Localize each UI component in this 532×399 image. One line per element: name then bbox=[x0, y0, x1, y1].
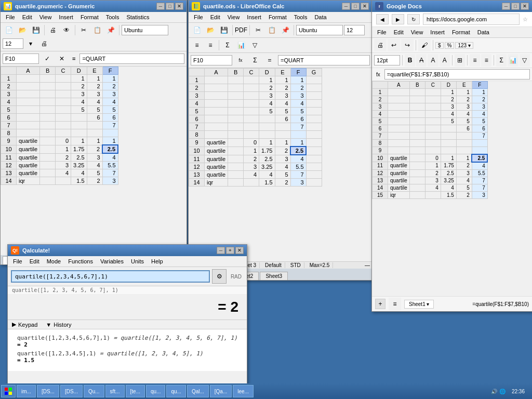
libreoffice-menu-edit[interactable]: Edit bbox=[207, 13, 223, 21]
taskbar-btn-ds2[interactable]: [DS... bbox=[60, 385, 83, 397]
qalculate-maximize-btn[interactable]: + bbox=[226, 247, 234, 254]
gdocs-align-btn[interactable]: ≡ bbox=[470, 54, 480, 66]
gdocs-redo-btn[interactable]: ↪ bbox=[401, 39, 414, 51]
lo-sum-btn[interactable]: Σ bbox=[221, 39, 234, 51]
gdocs-undo-btn[interactable]: ↩ bbox=[388, 39, 400, 51]
gdocs-borders-btn[interactable]: ⊞ bbox=[455, 54, 465, 66]
lo-pdf-btn[interactable]: PDF bbox=[235, 24, 247, 36]
lo-col-header-D[interactable]: D bbox=[259, 69, 275, 76]
cut-btn[interactable]: ✂ bbox=[77, 24, 90, 36]
col-header-B[interactable]: B bbox=[40, 67, 56, 75]
lo-tab-sheet3[interactable]: Sheet3 bbox=[260, 272, 288, 280]
qalculate-menu-functions[interactable]: Functions bbox=[65, 257, 96, 265]
lo-save-btn[interactable]: 💾 bbox=[218, 24, 230, 36]
gdocs-print-btn[interactable]: 🖨 bbox=[374, 39, 387, 51]
gdocs-list-sheets-btn[interactable]: ≡ bbox=[389, 298, 401, 310]
gnumeric-menu-tools[interactable]: Tools bbox=[103, 13, 123, 21]
gdocs-menu-format[interactable]: Format bbox=[449, 28, 473, 36]
lo-col-header-B[interactable]: B bbox=[228, 69, 244, 76]
qalculate-close-btn[interactable]: ✕ bbox=[235, 247, 244, 254]
qalculate-menu-units[interactable]: Units bbox=[128, 257, 147, 265]
gdocs-paint-btn[interactable]: 🖌 bbox=[418, 39, 431, 51]
lo-chart-btn[interactable]: 📊 bbox=[235, 39, 247, 51]
col-header-E[interactable]: E bbox=[87, 67, 102, 75]
lo-formula-input[interactable] bbox=[278, 55, 370, 65]
gdocs-close-btn[interactable]: ✕ bbox=[521, 3, 529, 10]
col-header-D[interactable]: D bbox=[71, 67, 87, 75]
gdocs-refresh-btn[interactable]: ↻ bbox=[407, 14, 420, 24]
qalculate-menu-help[interactable]: Help bbox=[148, 257, 166, 265]
lo-equals-btn[interactable]: = bbox=[263, 54, 276, 66]
gdocs-sum-btn[interactable]: Σ bbox=[496, 54, 507, 66]
gdocs-fontcolor-btn[interactable]: A bbox=[428, 54, 438, 66]
qalculate-menu-file[interactable]: File bbox=[10, 257, 25, 265]
gnumeric-menu-edit[interactable]: Edit bbox=[19, 13, 35, 21]
gnumeric-formula-input[interactable] bbox=[79, 54, 184, 64]
lo-cut-btn[interactable]: ✂ bbox=[252, 24, 264, 36]
gdocs-minimize-btn[interactable]: ─ bbox=[502, 3, 510, 10]
gdocs-col-header-F[interactable]: F bbox=[472, 82, 487, 89]
gnumeric-close-btn[interactable]: ✕ bbox=[175, 3, 183, 10]
gdocs-strikethrough-btn[interactable]: A bbox=[416, 54, 427, 66]
lo-fn-btn[interactable]: fx bbox=[234, 54, 247, 66]
gdocs-menu-edit[interactable]: Edit bbox=[391, 28, 407, 36]
qalculate-keypad-toggle[interactable]: ▶ Keypad bbox=[12, 321, 37, 328]
gnumeric-accept-btn[interactable]: ✓ bbox=[41, 52, 54, 65]
gdocs-menu-file[interactable]: File bbox=[374, 28, 390, 36]
gnumeric-cancel-btn[interactable]: ✕ bbox=[56, 52, 68, 65]
lo-col-header-A[interactable]: A bbox=[205, 69, 228, 76]
print-btn[interactable]: 🖨 bbox=[47, 24, 59, 36]
gdocs-menu-insert[interactable]: Insert bbox=[427, 28, 448, 36]
gdocs-filter-btn[interactable]: ▽ bbox=[520, 54, 530, 66]
gdocs-chart-btn[interactable]: 📊 bbox=[508, 54, 518, 66]
taskbar-btn-sft[interactable]: sft... bbox=[105, 385, 125, 397]
libreoffice-menu-view[interactable]: View bbox=[224, 13, 243, 21]
gnumeric-menu-file[interactable]: File bbox=[3, 13, 18, 21]
gdocs-fontsize[interactable] bbox=[374, 55, 400, 65]
qalculate-minimize-btn[interactable]: ─ bbox=[217, 247, 225, 254]
libreoffice-menu-insert[interactable]: Insert bbox=[244, 13, 264, 21]
qalculate-history-toggle[interactable]: ▼ History bbox=[46, 322, 71, 328]
gnumeric-minimize-btn[interactable]: ─ bbox=[156, 3, 165, 10]
save-btn[interactable]: 💾 bbox=[30, 24, 42, 36]
gdocs-col-header-D[interactable]: D bbox=[441, 82, 456, 89]
libreoffice-close-btn[interactable]: ✕ bbox=[361, 3, 369, 10]
qalculate-menu-edit[interactable]: Edit bbox=[26, 257, 43, 265]
gdocs-col-header-A[interactable]: A bbox=[388, 82, 410, 89]
lo-new-btn[interactable]: 📄 bbox=[191, 24, 203, 36]
lo-zoom-minus[interactable]: — bbox=[365, 262, 370, 268]
lo-col-header-G[interactable]: G bbox=[306, 69, 322, 76]
col-header-C[interactable]: C bbox=[56, 67, 71, 75]
taskbar-btn-qu1[interactable]: Qu... bbox=[84, 385, 104, 397]
libreoffice-menu-file[interactable]: File bbox=[191, 13, 206, 21]
qalculate-menu-mode[interactable]: Mode bbox=[44, 257, 64, 265]
taskbar-btn-lee[interactable]: lee... bbox=[233, 385, 254, 397]
gdocs-add-sheet-btn[interactable]: + bbox=[375, 299, 385, 309]
gnumeric-menu-statistics[interactable]: Statistics bbox=[123, 13, 152, 21]
lo-paste-btn[interactable]: 📌 bbox=[279, 24, 291, 36]
new-btn[interactable]: 📄 bbox=[3, 24, 15, 36]
lo-col-header-E[interactable]: E bbox=[275, 69, 290, 76]
gdocs-bookmark-icon[interactable]: ☆ bbox=[523, 16, 528, 23]
taskbar-btn-qu3[interactable]: qu... bbox=[166, 385, 185, 397]
taskbar-btn-ds1[interactable]: [DS... bbox=[37, 385, 59, 397]
lo-col-header-F[interactable]: F bbox=[290, 69, 306, 76]
gdocs-col-header-B[interactable]: B bbox=[409, 82, 425, 89]
gdocs-col-header-C[interactable]: C bbox=[425, 82, 441, 89]
gnumeric-fontsize-select[interactable] bbox=[3, 38, 23, 49]
gdocs-bgcolor-btn[interactable]: A bbox=[440, 54, 450, 66]
copy-btn[interactable]: 📋 bbox=[91, 24, 103, 36]
taskbar-btn-im[interactable]: im... bbox=[17, 385, 36, 397]
gnumeric-font-select[interactable] bbox=[122, 25, 168, 35]
gdocs-maximize-btn[interactable]: □ bbox=[511, 3, 520, 10]
gdocs-col-header-E[interactable]: E bbox=[456, 82, 472, 89]
taskbar-btn-qal[interactable]: Qal... bbox=[187, 385, 209, 397]
gdocs-url-bar[interactable] bbox=[423, 14, 520, 25]
gnumeric-menu-insert[interactable]: Insert bbox=[56, 13, 76, 21]
lo-font-select[interactable] bbox=[296, 25, 343, 35]
lo-align2-btn[interactable]: ≡ bbox=[204, 39, 217, 51]
gdocs-123-btn[interactable]: 123 ▾ bbox=[455, 42, 473, 49]
libreoffice-menu-data[interactable]: Data bbox=[311, 13, 329, 21]
lo-filter-btn[interactable]: ▽ bbox=[248, 39, 261, 51]
col-header-F[interactable]: F bbox=[102, 67, 118, 75]
